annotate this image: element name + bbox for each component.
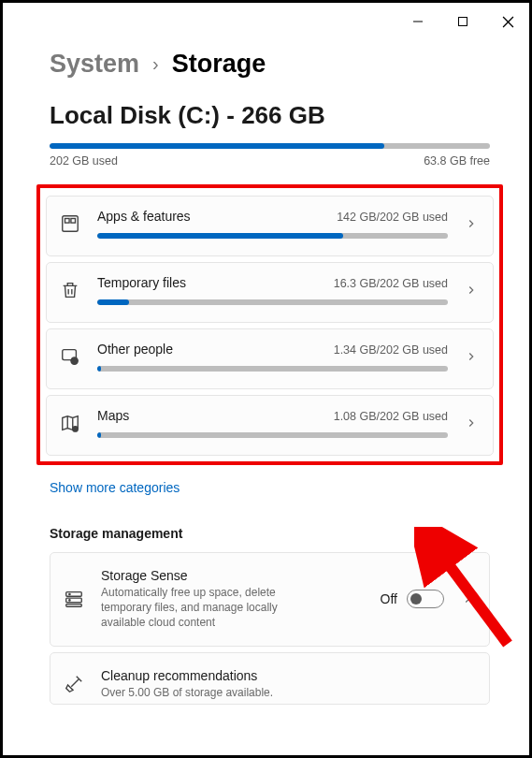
close-button[interactable] — [494, 7, 522, 36]
breadcrumb-parent[interactable]: System — [50, 50, 139, 79]
svg-point-13 — [69, 594, 70, 595]
svg-rect-12 — [66, 605, 82, 607]
svg-point-8 — [71, 357, 78, 364]
disk-usage-bar — [50, 143, 490, 149]
chevron-right-icon — [461, 592, 474, 605]
disk-usage-bar-fill — [50, 143, 384, 149]
chevron-right-icon — [465, 284, 478, 297]
broom-icon — [64, 674, 84, 694]
svg-point-14 — [69, 600, 70, 601]
cleanup-recommendations-card[interactable]: Cleanup recommendations Over 5.00 GB of … — [50, 652, 490, 705]
toggle-state-label: Off — [381, 591, 397, 606]
category-temporary-files[interactable]: Temporary files 16.3 GB/202 GB used — [46, 262, 494, 323]
svg-rect-1 — [459, 18, 467, 26]
storage-sense-toggle[interactable] — [407, 590, 444, 608]
category-other-people[interactable]: Other people 1.34 GB/202 GB used — [46, 328, 494, 389]
disk-free-label: 63.8 GB free — [424, 154, 490, 168]
category-usage: 16.3 GB/202 GB used — [334, 277, 448, 290]
storage-sense-card[interactable]: Storage Sense Automatically free up spac… — [50, 552, 490, 647]
category-bar — [97, 366, 448, 372]
apps-icon — [60, 213, 80, 234]
show-more-link[interactable]: Show more categories — [50, 480, 180, 495]
minimize-button[interactable] — [404, 7, 432, 36]
window-titlebar — [3, 3, 529, 40]
setting-desc: Over 5.00 GB of storage available. — [101, 685, 297, 700]
category-apps-features[interactable]: Apps & features 142 GB/202 GB used — [46, 196, 494, 256]
highlight-annotation: Apps & features 142 GB/202 GB used Tempo… — [36, 184, 503, 465]
chevron-right-icon: › — [152, 53, 159, 75]
category-name: Maps — [97, 408, 129, 423]
setting-desc: Automatically free up space, delete temp… — [101, 585, 297, 631]
category-usage: 1.34 GB/202 GB used — [334, 343, 448, 357]
chevron-right-icon — [465, 217, 478, 230]
maps-icon — [60, 413, 80, 433]
storage-sense-icon — [64, 589, 84, 609]
category-name: Other people — [97, 342, 173, 357]
chevron-right-icon — [465, 416, 478, 430]
setting-title: Storage Sense — [101, 568, 364, 583]
category-maps[interactable]: Maps 1.08 GB/202 GB used — [46, 395, 494, 456]
svg-rect-6 — [71, 219, 76, 224]
disk-used-label: 202 GB used — [50, 154, 118, 168]
disk-title: Local Disk (C:) - 266 GB — [50, 101, 490, 130]
category-name: Temporary files — [97, 275, 186, 290]
category-usage: 142 GB/202 GB used — [337, 211, 448, 224]
setting-title: Cleanup recommendations — [101, 668, 474, 683]
svg-rect-5 — [65, 219, 70, 224]
breadcrumb-current: Storage — [172, 50, 266, 79]
svg-point-9 — [73, 427, 79, 432]
breadcrumb: System › Storage — [50, 50, 490, 79]
category-name: Apps & features — [97, 209, 191, 224]
maximize-button[interactable] — [449, 7, 477, 36]
people-icon — [60, 346, 80, 367]
category-bar — [97, 299, 448, 305]
trash-icon — [60, 280, 80, 300]
chevron-right-icon — [465, 350, 478, 363]
category-bar — [97, 432, 448, 438]
category-bar — [97, 233, 448, 239]
category-usage: 1.08 GB/202 GB used — [334, 410, 448, 423]
section-heading: Storage management — [50, 526, 490, 541]
